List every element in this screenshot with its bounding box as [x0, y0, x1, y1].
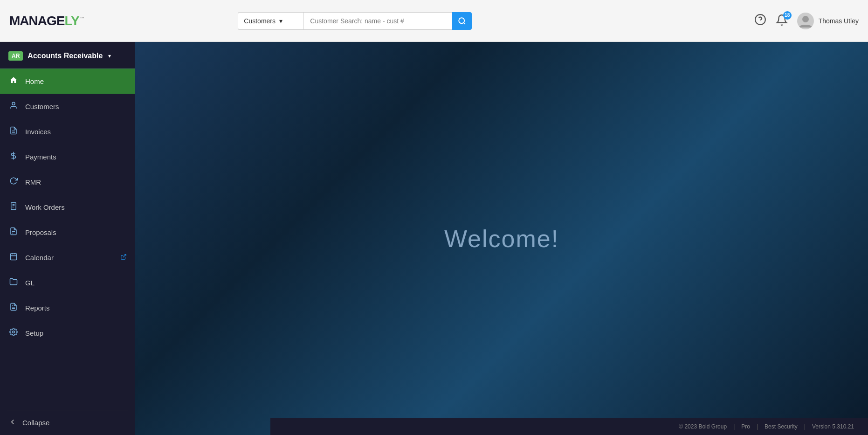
- home-icon: [8, 76, 19, 86]
- notification-badge: 18: [783, 11, 792, 20]
- notifications-button[interactable]: 18: [776, 14, 788, 28]
- header: MANAGELY™ Customers ▾: [0, 0, 868, 42]
- username: Thomas Utley: [819, 17, 859, 25]
- work-orders-icon: [8, 202, 19, 212]
- setup-icon: [8, 328, 19, 338]
- svg-point-4: [802, 16, 809, 22]
- gl-icon: [8, 277, 19, 288]
- collapse-button[interactable]: Collapse: [0, 410, 135, 435]
- sidebar-item-label: Invoices: [25, 128, 127, 136]
- payments-icon: [8, 152, 19, 162]
- sidebar-item-proposals[interactable]: Proposals: [0, 220, 135, 245]
- footer-copyright: © 2023 Bold Group: [679, 423, 727, 430]
- collapse-label: Collapse: [22, 419, 49, 427]
- footer-company: Best Security: [765, 423, 798, 430]
- content-area: Welcome! © 2023 Bold Group | Pro | Best …: [135, 42, 868, 435]
- proposals-icon: [8, 227, 19, 237]
- sidebar: AR Accounts Receivable ▾ Home Customers: [0, 42, 135, 435]
- footer-version: Version 5.310.21: [812, 423, 854, 430]
- sidebar-item-label: Payments: [25, 153, 127, 161]
- search-input[interactable]: [303, 12, 452, 30]
- sidebar-item-label: Customers: [25, 103, 127, 110]
- sidebar-item-label: Proposals: [25, 228, 127, 236]
- footer-tier: Pro: [741, 423, 750, 430]
- sidebar-item-calendar[interactable]: Calendar: [0, 245, 135, 270]
- main-layout: AR Accounts Receivable ▾ Home Customers: [0, 42, 868, 435]
- help-icon: [754, 14, 766, 26]
- svg-rect-15: [10, 254, 17, 260]
- sidebar-item-setup[interactable]: Setup: [0, 320, 135, 345]
- svg-line-19: [123, 254, 126, 257]
- sidebar-item-label: Setup: [25, 329, 127, 337]
- sidebar-item-label: RMR: [25, 178, 127, 186]
- logo[interactable]: MANAGELY™: [9, 14, 84, 28]
- sidebar-item-label: Calendar: [25, 254, 114, 262]
- search-button[interactable]: [452, 12, 472, 30]
- help-button[interactable]: [754, 14, 766, 28]
- welcome-message: Welcome!: [444, 225, 559, 253]
- avatar: [797, 13, 814, 29]
- chevron-down-icon: ▾: [279, 17, 282, 25]
- sidebar-item-home[interactable]: Home: [0, 69, 135, 94]
- module-chevron-icon: ▾: [108, 53, 111, 59]
- svg-point-0: [459, 18, 465, 23]
- logo-ly: LY: [64, 14, 79, 28]
- search-dropdown[interactable]: Customers ▾: [238, 12, 303, 30]
- footer: © 2023 Bold Group | Pro | Best Security …: [270, 418, 868, 435]
- sidebar-item-invoices[interactable]: Invoices: [0, 119, 135, 144]
- rmr-icon: [8, 177, 19, 187]
- customers-icon: [8, 101, 19, 111]
- search-dropdown-label: Customers: [244, 17, 276, 25]
- svg-point-5: [12, 102, 15, 105]
- module-badge: AR: [8, 51, 23, 61]
- svg-line-1: [464, 22, 465, 24]
- sidebar-item-customers[interactable]: Customers: [0, 94, 135, 119]
- logo-manage: MANAGE: [9, 14, 64, 28]
- sidebar-item-label: Reports: [25, 304, 127, 312]
- collapse-chevron-icon: [8, 418, 17, 428]
- logo-tm: ™: [80, 16, 84, 21]
- sidebar-item-rmr[interactable]: RMR: [0, 169, 135, 194]
- calendar-icon: [8, 252, 19, 262]
- sidebar-item-payments[interactable]: Payments: [0, 144, 135, 169]
- header-right: 18 Thomas Utley: [754, 13, 859, 29]
- reports-icon: [8, 303, 19, 313]
- sidebar-item-work-orders[interactable]: Work Orders: [0, 194, 135, 220]
- invoices-icon: [8, 126, 19, 137]
- external-link-icon: [120, 254, 127, 262]
- module-header[interactable]: AR Accounts Receivable ▾: [0, 42, 135, 69]
- user-menu[interactable]: Thomas Utley: [797, 13, 859, 29]
- search-icon: [458, 17, 466, 25]
- svg-point-22: [13, 331, 15, 333]
- sidebar-item-label: Work Orders: [25, 203, 127, 211]
- sidebar-item-reports[interactable]: Reports: [0, 295, 135, 320]
- sidebar-item-label: GL: [25, 279, 127, 287]
- search-area: Customers ▾: [238, 12, 472, 30]
- sidebar-item-label: Home: [25, 77, 127, 85]
- module-name: Accounts Receivable: [28, 52, 103, 60]
- sidebar-item-gl[interactable]: GL: [0, 270, 135, 295]
